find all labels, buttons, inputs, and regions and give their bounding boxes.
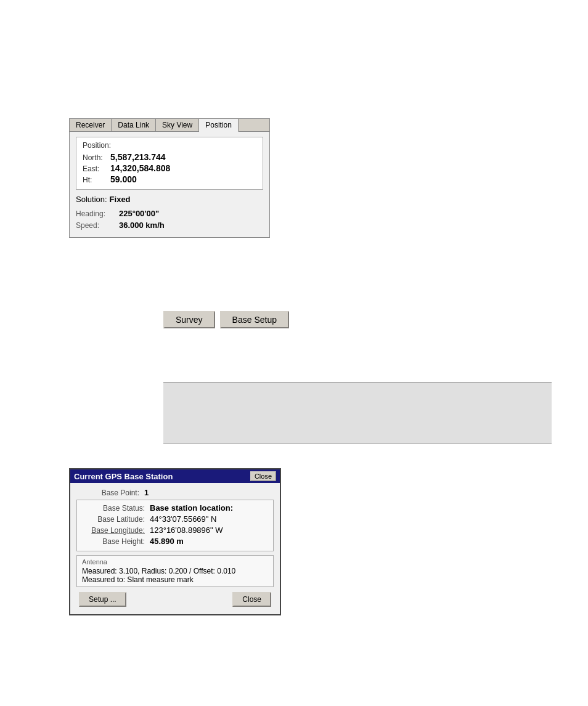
survey-button[interactable]: Survey (163, 311, 215, 328)
gps-base-station-dialog: Current GPS Base Station Close Base Poin… (69, 468, 281, 615)
base-status-box: Base Status: Base station location: Base… (76, 500, 274, 551)
gray-band (163, 382, 552, 444)
base-latitude-value: 44°33'07.55669" N (150, 514, 216, 524)
position-group-label: Position: (83, 141, 256, 150)
east-label: East: (83, 164, 110, 173)
east-row: East: 14,320,584.808 (83, 163, 256, 173)
solution-value: Fixed (110, 195, 131, 204)
tab-position[interactable]: Position (199, 119, 239, 132)
gps-dialog-titlebar: Current GPS Base Station Close (70, 469, 280, 483)
base-latitude-label: Base Latitude: (82, 515, 150, 524)
antenna-box: Antenna Measured: 3.100, Radius: 0.200 /… (76, 555, 274, 587)
north-value: 5,587,213.744 (110, 152, 166, 162)
antenna-label: Antenna (82, 558, 268, 566)
base-status-row: Base Status: Base station location: (82, 503, 268, 513)
north-row: North: 5,587,213.744 (83, 152, 256, 162)
base-longitude-value: 123°16'08.89896" W (150, 525, 223, 535)
base-longitude-row: Base Longitude: 123°16'08.89896" W (82, 525, 268, 535)
tab-sky-view[interactable]: Sky View (156, 119, 199, 131)
heading-row: Heading: 225°00'00" (76, 209, 263, 218)
base-height-row: Base Height: 45.890 m (82, 537, 268, 546)
ht-value: 59.000 (110, 174, 137, 184)
speed-label: Speed: (76, 221, 119, 230)
close-button[interactable]: Close (232, 592, 271, 607)
tab-data-link[interactable]: Data Link (112, 119, 156, 131)
tabs-bar: Receiver Data Link Sky View Position (70, 119, 269, 132)
north-label: North: (83, 153, 110, 162)
base-point-label: Base Point: (76, 489, 144, 497)
base-point-value: 1 (144, 488, 149, 497)
base-setup-button[interactable]: Base Setup (220, 311, 289, 328)
antenna-measured: Measured: 3.100, Radius: 0.200 / Offset:… (82, 567, 268, 575)
base-status-value: Base station location: (150, 503, 233, 513)
solution-label: Solution: (76, 195, 107, 204)
ht-row: Ht: 59.000 (83, 174, 256, 184)
base-point-row: Base Point: 1 (76, 488, 274, 497)
tab-receiver[interactable]: Receiver (70, 119, 112, 131)
buttons-area: Survey Base Setup (163, 311, 289, 328)
base-latitude-row: Base Latitude: 44°33'07.55669" N (82, 514, 268, 524)
base-status-label: Base Status: (82, 504, 150, 513)
position-group: Position: North: 5,587,213.744 East: 14,… (76, 137, 263, 190)
gps-dialog-body: Base Point: 1 Base Status: Base station … (70, 483, 280, 614)
gps-dialog-title: Current GPS Base Station (74, 472, 173, 481)
antenna-measured-to: Measured to: Slant measure mark (82, 575, 268, 584)
ht-label: Ht: (83, 176, 110, 184)
setup-button[interactable]: Setup ... (79, 592, 126, 607)
panel-body: Position: North: 5,587,213.744 East: 14,… (70, 132, 269, 237)
speed-row: Speed: 36.000 km/h (76, 221, 263, 230)
solution-row: Solution: Fixed (76, 195, 263, 204)
position-panel: Receiver Data Link Sky View Position Pos… (69, 118, 270, 238)
base-height-value: 45.890 m (150, 537, 184, 546)
gps-dialog-close-title-button[interactable]: Close (250, 471, 276, 481)
heading-label: Heading: (76, 209, 119, 218)
base-longitude-label: Base Longitude: (82, 526, 150, 535)
dialog-footer: Setup ... Close (76, 592, 274, 609)
heading-value: 225°00'00" (119, 209, 159, 218)
base-height-label: Base Height: (82, 537, 150, 546)
east-value: 14,320,584.808 (110, 163, 170, 173)
speed-value: 36.000 km/h (119, 221, 165, 230)
